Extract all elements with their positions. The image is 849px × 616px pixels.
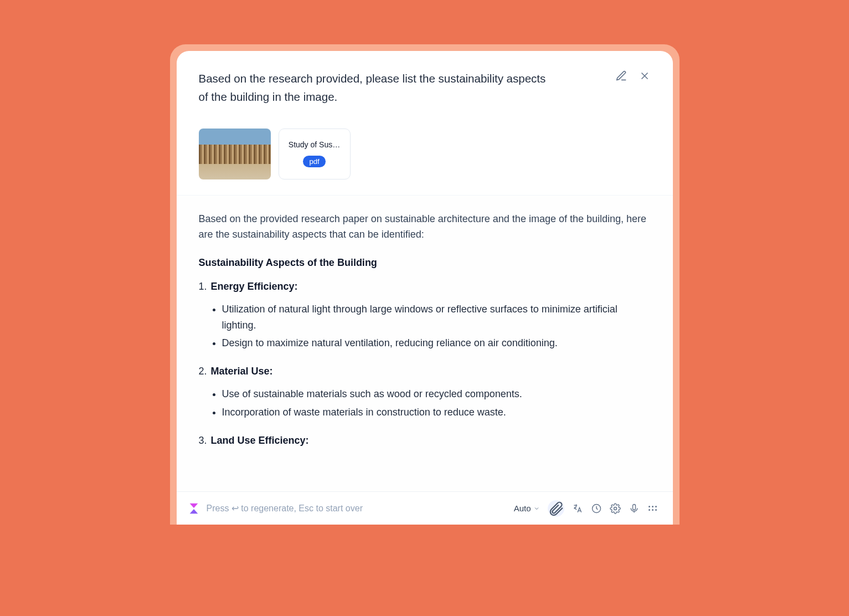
svg-point-1 xyxy=(614,507,616,510)
user-prompt: Based on the research provided, please l… xyxy=(199,70,553,106)
list-title: Land Use Efficiency: xyxy=(211,435,309,446)
close-icon[interactable] xyxy=(639,70,651,82)
gear-icon[interactable] xyxy=(610,503,621,514)
bullet-item: Design to maximize natural ventilation, … xyxy=(222,335,651,351)
list-title: Energy Efficiency: xyxy=(211,281,298,292)
input-placeholder[interactable]: Press ↩ to regenerate, Esc to start over xyxy=(207,503,507,514)
chevron-down-icon xyxy=(533,505,540,512)
translate-icon[interactable] xyxy=(572,503,583,514)
list-title: Material Use: xyxy=(211,366,273,377)
edit-icon[interactable] xyxy=(615,70,627,82)
assistant-response: Based on the provided research paper on … xyxy=(177,196,673,491)
list-item: 1. Energy Efficiency: xyxy=(199,279,651,295)
input-bar: Press ↩ to regenerate, Esc to start over… xyxy=(177,491,673,525)
clock-icon[interactable] xyxy=(591,503,602,514)
attachment-doc-name: Study of Sus… xyxy=(283,140,346,149)
mode-label: Auto xyxy=(514,504,531,513)
attach-icon[interactable] xyxy=(548,500,564,517)
list-item: 2. Material Use: xyxy=(199,363,651,379)
bullet-item: Use of sustainable materials such as woo… xyxy=(222,386,651,402)
svg-rect-2 xyxy=(632,504,635,510)
header-actions xyxy=(615,70,651,82)
attachment-doc-type-badge: pdf xyxy=(303,156,325,167)
bullet-list: Utilization of natural light through lar… xyxy=(199,301,651,351)
response-intro: Based on the provided research paper on … xyxy=(199,211,651,243)
input-tools: Auto xyxy=(514,500,658,517)
mode-selector[interactable]: Auto xyxy=(514,504,540,513)
chat-card: Based on the research provided, please l… xyxy=(177,51,673,525)
response-heading: Sustainability Aspects of the Building xyxy=(199,255,651,271)
more-grid-icon[interactable] xyxy=(647,503,658,514)
app-logo-icon xyxy=(188,502,200,515)
list-item: 3. Land Use Efficiency: xyxy=(199,433,651,449)
bullet-list: Use of sustainable materials such as woo… xyxy=(199,386,651,420)
attachments-row: Study of Sus… pdf xyxy=(177,122,673,195)
building-image-placeholder xyxy=(199,145,271,164)
bullet-item: Incorporation of waste materials in cons… xyxy=(222,404,651,420)
bullet-item: Utilization of natural light through lar… xyxy=(222,301,651,333)
microphone-icon[interactable] xyxy=(629,503,640,514)
attachment-image[interactable] xyxy=(199,129,271,179)
list-number: 2. xyxy=(199,366,207,377)
list-number: 3. xyxy=(199,435,207,446)
prompt-header: Based on the research provided, please l… xyxy=(177,51,673,122)
attachment-document[interactable]: Study of Sus… pdf xyxy=(279,129,351,179)
list-number: 1. xyxy=(199,281,207,292)
outer-frame: Based on the research provided, please l… xyxy=(170,44,680,525)
